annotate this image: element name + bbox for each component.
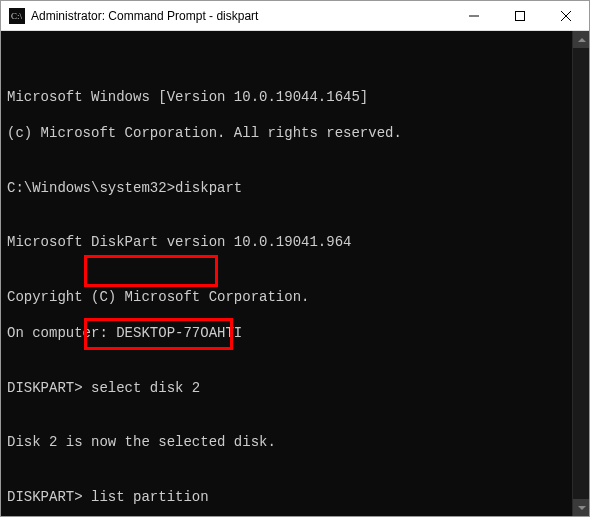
titlebar[interactable]: C:\ Administrator: Command Prompt - disk… [1,1,589,31]
output-line: Copyright (C) Microsoft Corporation. [7,288,583,306]
console-text: Microsoft Windows [Version 10.0.19044.16… [7,69,583,516]
svg-marker-7 [578,506,586,510]
command-prompt-window: C:\ Administrator: Command Prompt - disk… [0,0,590,517]
prompt-line: DISKPART> select disk 2 [7,379,583,397]
scroll-down-button[interactable] [573,499,589,516]
window-title: Administrator: Command Prompt - diskpart [31,9,451,23]
svg-marker-6 [578,38,586,42]
prompt-line: DISKPART> list partition [7,488,583,506]
output-line: (c) Microsoft Corporation. All rights re… [7,124,583,142]
output-line: On computer: DESKTOP-77OAHTI [7,324,583,342]
prompt-line: C:\Windows\system32>diskpart [7,179,583,197]
console-scrollbar[interactable] [572,31,589,516]
window-controls [451,1,589,30]
highlight-select-disk [84,255,218,287]
cmd-icon: C:\ [9,8,25,24]
command: select disk 2 [91,380,200,396]
scroll-up-button[interactable] [573,31,589,48]
command: list partition [91,489,209,505]
minimize-button[interactable] [451,1,497,30]
output-line: Microsoft DiskPart version 10.0.19041.96… [7,233,583,251]
prompt: C:\Windows\system32> [7,180,175,196]
output-line: Disk 2 is now the selected disk. [7,433,583,451]
svg-text:C:\: C:\ [11,11,23,21]
prompt: DISKPART> [7,380,91,396]
prompt: DISKPART> [7,489,91,505]
console-area[interactable]: Microsoft Windows [Version 10.0.19044.16… [1,31,589,516]
command: diskpart [175,180,242,196]
close-button[interactable] [543,1,589,30]
svg-rect-3 [516,11,525,20]
maximize-button[interactable] [497,1,543,30]
output-line: Microsoft Windows [Version 10.0.19044.16… [7,88,583,106]
